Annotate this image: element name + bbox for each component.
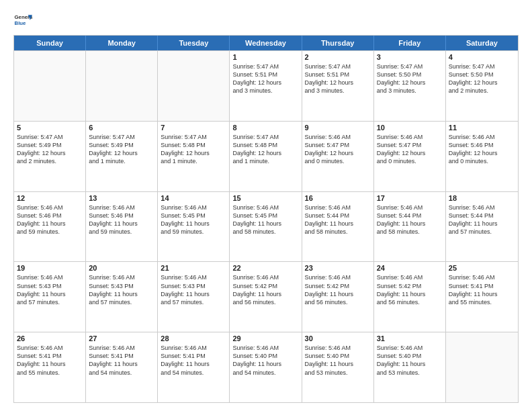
- calendar-cell: 12Sunrise: 5:46 AM Sunset: 5:46 PM Dayli…: [14, 192, 86, 262]
- calendar-cell: 8Sunrise: 5:47 AM Sunset: 5:48 PM Daylig…: [230, 122, 302, 191]
- header-saturday: Saturday: [446, 36, 518, 50]
- cell-info: Sunrise: 5:47 AM Sunset: 5:50 PM Dayligh…: [449, 62, 515, 95]
- day-number: 18: [449, 194, 515, 202]
- calendar-cell: 31Sunrise: 5:46 AM Sunset: 5:40 PM Dayli…: [374, 332, 446, 402]
- calendar-body: 1Sunrise: 5:47 AM Sunset: 5:51 PM Daylig…: [14, 50, 518, 402]
- cell-info: Sunrise: 5:47 AM Sunset: 5:48 PM Dayligh…: [161, 133, 226, 166]
- calendar-cell: 27Sunrise: 5:46 AM Sunset: 5:41 PM Dayli…: [86, 332, 158, 402]
- calendar-cell: 26Sunrise: 5:46 AM Sunset: 5:41 PM Dayli…: [14, 332, 86, 402]
- calendar-row: 26Sunrise: 5:46 AM Sunset: 5:41 PM Dayli…: [14, 332, 518, 402]
- day-number: 6: [89, 124, 154, 132]
- calendar-cell: 14Sunrise: 5:46 AM Sunset: 5:45 PM Dayli…: [158, 192, 230, 262]
- calendar-cell: 20Sunrise: 5:46 AM Sunset: 5:43 PM Dayli…: [86, 262, 158, 332]
- day-number: 7: [161, 124, 226, 132]
- cell-info: Sunrise: 5:46 AM Sunset: 5:43 PM Dayligh…: [89, 273, 154, 306]
- day-number: 3: [377, 53, 443, 61]
- day-number: 2: [305, 53, 371, 61]
- cell-info: Sunrise: 5:46 AM Sunset: 5:40 PM Dayligh…: [232, 344, 298, 377]
- day-number: 13: [89, 194, 154, 202]
- day-number: 16: [305, 194, 371, 202]
- cell-info: Sunrise: 5:46 AM Sunset: 5:41 PM Dayligh…: [449, 273, 515, 306]
- day-number: 26: [17, 334, 83, 342]
- header-monday: Monday: [86, 36, 158, 50]
- cell-info: Sunrise: 5:46 AM Sunset: 5:46 PM Dayligh…: [89, 203, 154, 236]
- calendar-cell: 5Sunrise: 5:47 AM Sunset: 5:49 PM Daylig…: [14, 122, 86, 191]
- calendar-cell: 17Sunrise: 5:46 AM Sunset: 5:44 PM Dayli…: [374, 192, 446, 262]
- calendar-cell: 13Sunrise: 5:46 AM Sunset: 5:46 PM Dayli…: [86, 192, 158, 262]
- cell-info: Sunrise: 5:46 AM Sunset: 5:47 PM Dayligh…: [305, 133, 371, 166]
- day-number: 12: [17, 194, 83, 202]
- calendar-cell: [14, 51, 86, 121]
- cell-info: Sunrise: 5:46 AM Sunset: 5:43 PM Dayligh…: [17, 273, 83, 306]
- cell-info: Sunrise: 5:46 AM Sunset: 5:40 PM Dayligh…: [305, 344, 371, 377]
- logo: General Blue: [13, 11, 32, 30]
- logo-icon: General Blue: [13, 11, 32, 30]
- header-tuesday: Tuesday: [158, 36, 230, 50]
- header-friday: Friday: [374, 36, 446, 50]
- calendar-cell: [86, 51, 158, 121]
- cell-info: Sunrise: 5:46 AM Sunset: 5:42 PM Dayligh…: [305, 273, 371, 306]
- calendar: SundayMondayTuesdayWednesdayThursdayFrid…: [13, 35, 519, 403]
- calendar-cell: 18Sunrise: 5:46 AM Sunset: 5:44 PM Dayli…: [446, 192, 518, 262]
- cell-info: Sunrise: 5:47 AM Sunset: 5:51 PM Dayligh…: [305, 62, 371, 95]
- day-number: 21: [161, 264, 226, 272]
- cell-info: Sunrise: 5:46 AM Sunset: 5:44 PM Dayligh…: [305, 203, 371, 236]
- cell-info: Sunrise: 5:46 AM Sunset: 5:46 PM Dayligh…: [17, 203, 83, 236]
- calendar-cell: 29Sunrise: 5:46 AM Sunset: 5:40 PM Dayli…: [230, 332, 302, 402]
- day-number: 29: [232, 334, 298, 342]
- day-number: 20: [89, 264, 154, 272]
- day-number: 23: [305, 264, 371, 272]
- calendar-row: 12Sunrise: 5:46 AM Sunset: 5:46 PM Dayli…: [14, 191, 518, 262]
- calendar-cell: 15Sunrise: 5:46 AM Sunset: 5:45 PM Dayli…: [230, 192, 302, 262]
- day-number: 30: [305, 334, 371, 342]
- calendar-row: 1Sunrise: 5:47 AM Sunset: 5:51 PM Daylig…: [14, 50, 518, 121]
- cell-info: Sunrise: 5:46 AM Sunset: 5:43 PM Dayligh…: [161, 273, 226, 306]
- header-sunday: Sunday: [14, 36, 86, 50]
- day-number: 9: [305, 124, 371, 132]
- cell-info: Sunrise: 5:46 AM Sunset: 5:44 PM Dayligh…: [449, 203, 515, 236]
- calendar-row: 19Sunrise: 5:46 AM Sunset: 5:43 PM Dayli…: [14, 261, 518, 332]
- cell-info: Sunrise: 5:46 AM Sunset: 5:41 PM Dayligh…: [17, 344, 83, 377]
- day-number: 4: [449, 53, 515, 61]
- cell-info: Sunrise: 5:47 AM Sunset: 5:50 PM Dayligh…: [377, 62, 443, 95]
- calendar-cell: 22Sunrise: 5:46 AM Sunset: 5:42 PM Dayli…: [230, 262, 302, 332]
- calendar-cell: 30Sunrise: 5:46 AM Sunset: 5:40 PM Dayli…: [302, 332, 374, 402]
- day-number: 24: [377, 264, 443, 272]
- cell-info: Sunrise: 5:46 AM Sunset: 5:42 PM Dayligh…: [377, 273, 443, 306]
- calendar-cell: 2Sunrise: 5:47 AM Sunset: 5:51 PM Daylig…: [302, 51, 374, 121]
- calendar-cell: 28Sunrise: 5:46 AM Sunset: 5:41 PM Dayli…: [158, 332, 230, 402]
- cell-info: Sunrise: 5:46 AM Sunset: 5:41 PM Dayligh…: [161, 344, 226, 377]
- calendar-cell: 10Sunrise: 5:46 AM Sunset: 5:47 PM Dayli…: [374, 122, 446, 191]
- cell-info: Sunrise: 5:46 AM Sunset: 5:42 PM Dayligh…: [232, 273, 298, 306]
- day-number: 17: [377, 194, 443, 202]
- cell-info: Sunrise: 5:46 AM Sunset: 5:45 PM Dayligh…: [161, 203, 226, 236]
- calendar-cell: 19Sunrise: 5:46 AM Sunset: 5:43 PM Dayli…: [14, 262, 86, 332]
- calendar-cell: 11Sunrise: 5:46 AM Sunset: 5:46 PM Dayli…: [446, 122, 518, 191]
- calendar-header: SundayMondayTuesdayWednesdayThursdayFrid…: [14, 36, 518, 50]
- day-number: 1: [232, 53, 298, 61]
- calendar-cell: 23Sunrise: 5:46 AM Sunset: 5:42 PM Dayli…: [302, 262, 374, 332]
- cell-info: Sunrise: 5:47 AM Sunset: 5:48 PM Dayligh…: [232, 133, 298, 166]
- calendar-cell: 9Sunrise: 5:46 AM Sunset: 5:47 PM Daylig…: [302, 122, 374, 191]
- calendar-cell: [158, 51, 230, 121]
- cell-info: Sunrise: 5:46 AM Sunset: 5:40 PM Dayligh…: [377, 344, 443, 377]
- cell-info: Sunrise: 5:46 AM Sunset: 5:47 PM Dayligh…: [377, 133, 443, 166]
- header-wednesday: Wednesday: [230, 36, 302, 50]
- calendar-row: 5Sunrise: 5:47 AM Sunset: 5:49 PM Daylig…: [14, 121, 518, 191]
- cell-info: Sunrise: 5:47 AM Sunset: 5:49 PM Dayligh…: [89, 133, 154, 166]
- calendar-cell: [446, 332, 518, 402]
- cell-info: Sunrise: 5:47 AM Sunset: 5:49 PM Dayligh…: [17, 133, 83, 166]
- day-number: 19: [17, 264, 83, 272]
- day-number: 8: [232, 124, 298, 132]
- day-number: 11: [449, 124, 515, 132]
- calendar-cell: 24Sunrise: 5:46 AM Sunset: 5:42 PM Dayli…: [374, 262, 446, 332]
- day-number: 28: [161, 334, 226, 342]
- day-number: 25: [449, 264, 515, 272]
- calendar-cell: 25Sunrise: 5:46 AM Sunset: 5:41 PM Dayli…: [446, 262, 518, 332]
- calendar-cell: 4Sunrise: 5:47 AM Sunset: 5:50 PM Daylig…: [446, 51, 518, 121]
- cell-info: Sunrise: 5:46 AM Sunset: 5:44 PM Dayligh…: [377, 203, 443, 236]
- day-number: 27: [89, 334, 154, 342]
- cell-info: Sunrise: 5:46 AM Sunset: 5:41 PM Dayligh…: [89, 344, 154, 377]
- day-number: 31: [377, 334, 443, 342]
- cell-info: Sunrise: 5:47 AM Sunset: 5:51 PM Dayligh…: [232, 62, 298, 95]
